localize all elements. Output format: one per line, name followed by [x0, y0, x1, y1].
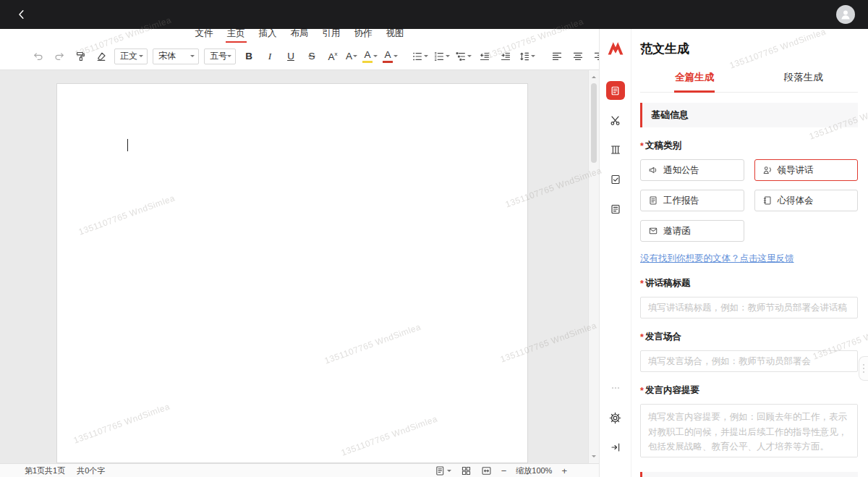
category-notice-button[interactable]: 通知公告	[640, 159, 744, 181]
chevron-down-icon	[424, 55, 428, 59]
vertical-scrollbar[interactable]	[588, 70, 599, 463]
report-doc-icon	[648, 195, 658, 206]
menu-tab-insert[interactable]: 插入	[258, 28, 278, 43]
fit-width-button[interactable]	[481, 465, 492, 476]
paragraph-style-value: 正文	[120, 50, 137, 62]
font-size-select[interactable]: 五号	[204, 48, 236, 64]
chevron-down-icon	[531, 55, 535, 59]
category-experience-button[interactable]: 心得体会	[754, 190, 859, 211]
chevron-down-icon	[393, 55, 398, 59]
tab-paragraph-generation[interactable]: 段落生成	[749, 64, 859, 92]
collapse-panel-icon	[610, 442, 621, 453]
text-effects-button[interactable]: A	[346, 51, 357, 62]
menu-tab-references[interactable]: 引用	[321, 28, 342, 43]
multilevel-list-button[interactable]	[455, 51, 472, 62]
rail-item-more[interactable]	[607, 379, 624, 397]
align-center-icon	[572, 51, 584, 62]
rail-item-library[interactable]	[607, 141, 624, 159]
category-invitation-button[interactable]: 邀请函	[640, 220, 744, 242]
multi-page-view-button[interactable]	[461, 465, 472, 476]
menu-tab-view[interactable]: 视图	[385, 28, 406, 43]
zoom-in-button[interactable]: +	[561, 466, 567, 476]
bullet-list-button[interactable]	[412, 51, 428, 62]
title-bar	[0, 0, 868, 29]
section-basic-info-label: 基础信息	[651, 109, 689, 122]
menu-tab-collaborate[interactable]: 协作	[353, 28, 374, 43]
speech-occasion-label: * 发言场合	[640, 331, 858, 343]
menu-tab-home[interactable]: 主页	[226, 28, 247, 43]
rail-item-proofread[interactable]	[607, 171, 624, 188]
redo-button[interactable]	[51, 48, 67, 64]
chevron-down-icon	[373, 55, 378, 59]
menu-tab-file[interactable]: 文件	[194, 28, 215, 43]
chevron-down-icon	[139, 55, 143, 59]
speech-occasion-input[interactable]	[640, 350, 858, 372]
clear-format-button[interactable]	[93, 48, 109, 64]
decrease-indent-button[interactable]	[477, 48, 493, 64]
ai-writing-panel: 范文生成 全篇生成 段落生成 基础信息 * 文稿类别 通知公告	[599, 29, 868, 477]
tab-full-generation[interactable]: 全篇生成	[640, 64, 749, 92]
template-doc-icon	[610, 203, 621, 215]
main-area: 文件 主页 插入 布局 引用 协作 视图	[0, 29, 868, 477]
chevron-down-icon	[446, 55, 450, 59]
panel-drag-handle[interactable]	[859, 356, 868, 381]
underline-button[interactable]: U	[283, 48, 299, 64]
required-asterisk: *	[640, 141, 644, 151]
grid-view-icon	[461, 465, 472, 476]
numbered-list-button[interactable]	[433, 51, 450, 62]
eraser-icon	[95, 51, 107, 62]
rail-item-clip-tools[interactable]	[607, 111, 624, 129]
back-button[interactable]	[13, 6, 30, 23]
paragraph-style-select[interactable]: 正文	[114, 48, 148, 64]
speech-title-input[interactable]	[640, 297, 858, 318]
user-avatar[interactable]	[836, 5, 855, 24]
panel-rail	[600, 29, 631, 477]
speech-title-label: * 讲话稿标题	[640, 277, 858, 290]
chevron-left-icon	[16, 9, 27, 20]
scroll-down-icon[interactable]	[592, 455, 596, 460]
strikethrough-button[interactable]: S	[304, 48, 320, 64]
panel-content: 范文生成 全篇生成 段落生成 基础信息 * 文稿类别 通知公告	[631, 29, 868, 477]
speech-summary-textarea[interactable]	[640, 404, 858, 457]
undo-icon	[33, 51, 44, 62]
category-leader-speech-button[interactable]: 领导讲话	[754, 159, 859, 181]
required-asterisk: *	[640, 279, 644, 289]
rail-item-settings[interactable]	[607, 409, 624, 426]
rail-item-essay-generation[interactable]	[606, 81, 625, 100]
required-asterisk: *	[640, 386, 644, 396]
font-color-button[interactable]: A	[383, 50, 398, 63]
align-center-button[interactable]	[570, 48, 586, 64]
numbered-list-icon	[433, 51, 445, 62]
superscript-button[interactable]: Ax	[325, 48, 341, 64]
line-spacing-button[interactable]	[519, 51, 535, 62]
bold-button[interactable]: B	[241, 48, 257, 64]
chevron-down-icon	[353, 55, 357, 59]
bullet-list-icon	[412, 51, 423, 62]
rail-item-templates[interactable]	[607, 200, 624, 218]
text-cursor	[127, 139, 128, 151]
zoom-out-button[interactable]: −	[501, 466, 507, 476]
category-work-report-button[interactable]: 工作报告	[640, 190, 744, 211]
category-label: * 文稿类别	[640, 140, 858, 152]
rail-item-collapse[interactable]	[607, 439, 624, 456]
page-view-button[interactable]	[435, 465, 451, 476]
menu-tab-layout[interactable]: 布局	[289, 28, 310, 43]
font-family-select[interactable]: 宋体	[153, 48, 199, 64]
align-left-button[interactable]	[549, 48, 565, 64]
increase-indent-button[interactable]	[498, 48, 514, 64]
zoom-level[interactable]: 缩放100%	[516, 465, 552, 476]
document-page[interactable]	[56, 83, 528, 463]
undo-button[interactable]	[30, 48, 46, 64]
multilevel-list-icon	[455, 51, 467, 62]
format-painter-button[interactable]	[72, 48, 88, 64]
italic-button[interactable]: I	[262, 48, 278, 64]
feedback-link[interactable]: 没有找到你想要的文体？点击这里反馈	[640, 253, 794, 265]
category-options: 通知公告 领导讲话 工作报告 心得体会	[640, 159, 858, 242]
status-bar: 第1页共1页 共0个字 − 缩放100% +	[0, 463, 599, 477]
gear-icon	[609, 412, 621, 424]
chevron-down-icon	[447, 470, 451, 474]
font-family-value: 宋体	[158, 50, 176, 62]
scrollbar-thumb[interactable]	[591, 83, 597, 163]
highlight-color-button[interactable]: A	[362, 50, 378, 63]
scroll-up-icon[interactable]	[592, 74, 596, 78]
